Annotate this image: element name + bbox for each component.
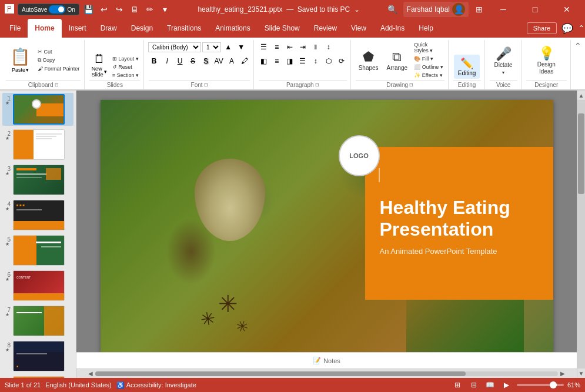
design-ideas-button[interactable]: 💡 Design Ideas: [526, 43, 567, 79]
autosave-button[interactable]: AutoSave On: [18, 4, 79, 15]
tab-design[interactable]: Design: [124, 19, 160, 38]
vertical-scrollbar[interactable]: ▲ ▼: [577, 91, 585, 378]
dropdown-icon[interactable]: ▾: [159, 4, 171, 15]
slide-thumb-7[interactable]: 7 ★: [2, 304, 73, 337]
numbered-list-button[interactable]: ≡: [271, 41, 283, 53]
editing-mode-button[interactable]: ✏️ Editing: [454, 55, 480, 79]
save-icon[interactable]: 💾: [83, 4, 95, 15]
notes-bar[interactable]: 📝 Notes: [76, 352, 577, 368]
restore-button[interactable]: □: [522, 0, 549, 19]
layout-button[interactable]: ⊞ Layout ▾: [111, 55, 141, 62]
more-tools-icon[interactable]: ✏: [144, 4, 156, 15]
user-badge[interactable]: Farshad Iqbal 👤: [403, 2, 469, 17]
increase-font-icon[interactable]: ▲: [222, 41, 234, 53]
increase-indent-button[interactable]: ⇥: [297, 41, 309, 53]
scroll-up-button[interactable]: ▲: [577, 91, 586, 100]
slide-thumb-2[interactable]: 2 ★: [2, 128, 73, 161]
v-scrollbar-thumb[interactable]: [578, 113, 584, 194]
v-scrollbar-track[interactable]: [577, 100, 585, 368]
slide-thumb-4[interactable]: 4 ★ ■ ■ ■: [2, 199, 73, 232]
share-button[interactable]: Share: [527, 22, 557, 34]
cut-button[interactable]: ✂ Cut: [36, 48, 81, 55]
format-painter-button[interactable]: 🖌 Format Painter: [36, 65, 81, 72]
section-button[interactable]: ≡ Section ▾: [111, 72, 141, 79]
tab-file[interactable]: File: [2, 19, 28, 38]
tab-home[interactable]: Home: [28, 19, 61, 38]
columns-button[interactable]: ⫴: [310, 41, 322, 53]
slide-thumb-3[interactable]: 3 ★: [2, 163, 73, 196]
normal-view-button[interactable]: ⊞: [451, 380, 464, 390]
slideshow-view-button[interactable]: ▶: [500, 380, 513, 390]
canvas-area[interactable]: ✳ ✳ ✳ LOGO Healthy Eating Presentation A…: [76, 91, 577, 378]
drawing-expand-icon[interactable]: ⊡: [409, 82, 413, 88]
font-color-button[interactable]: A: [226, 55, 238, 67]
font-family-select[interactable]: Calibri (Body): [148, 42, 201, 52]
bold-button[interactable]: B: [148, 55, 160, 67]
quick-styles-button[interactable]: QuickStyles ▾: [412, 41, 445, 54]
redo-icon[interactable]: ↪: [113, 4, 125, 15]
ribbon-expand-icon[interactable]: ⌃: [574, 41, 581, 51]
zoom-slider[interactable]: [517, 384, 564, 386]
close-button[interactable]: ✕: [553, 0, 580, 19]
justify-button[interactable]: ☰: [297, 55, 309, 67]
tab-draw[interactable]: Draw: [93, 19, 124, 38]
slide-thumb-8[interactable]: 8 ★ ■: [2, 340, 73, 373]
shape-effects-button[interactable]: ✨ Effects ▾: [412, 72, 445, 79]
copy-button[interactable]: ⧉ Copy: [36, 56, 81, 64]
presentation-icon[interactable]: 🖥: [129, 4, 141, 15]
strikethrough-button[interactable]: S: [187, 55, 199, 67]
undo-icon[interactable]: ↩: [98, 4, 110, 15]
slide-thumb-9[interactable]: 9 ★: [2, 375, 73, 378]
slide-panel[interactable]: 1 ★ 2 ★: [0, 91, 76, 378]
shapes-button[interactable]: ⬟ Shapes: [355, 43, 382, 79]
dictate-button[interactable]: 🎤 Dictate ▾: [491, 43, 516, 79]
font-size-select[interactable]: 18: [202, 42, 221, 52]
underline-button[interactable]: U: [174, 55, 186, 67]
bullet-list-button[interactable]: ☰: [258, 41, 270, 53]
new-slide-button[interactable]: 🗒 NewSlide ▾: [89, 51, 109, 79]
text-direction-button[interactable]: ↕: [323, 41, 335, 53]
font-expand-icon[interactable]: ⊡: [204, 82, 208, 88]
h-scrollbar-track[interactable]: [95, 371, 558, 376]
reset-button[interactable]: ↺ Reset: [111, 63, 141, 71]
align-right-button[interactable]: ◨: [284, 55, 296, 67]
tab-slideshow[interactable]: Slide Show: [258, 19, 307, 38]
slide-sorter-button[interactable]: ⊟: [467, 380, 480, 390]
arrange-button[interactable]: ⧉ Arrange: [383, 43, 412, 79]
decrease-font-icon[interactable]: ▼: [235, 41, 247, 53]
reading-view-button[interactable]: 📖: [484, 380, 497, 390]
paragraph-expand-icon[interactable]: ⊡: [315, 82, 319, 88]
paste-button[interactable]: 📋 Paste ▾: [5, 41, 35, 79]
accessibility-button[interactable]: ♿ Accessibility: Investigate: [116, 381, 196, 389]
line-spacing-button[interactable]: ↕: [310, 55, 322, 67]
tab-review[interactable]: Review: [307, 19, 344, 38]
highlight-button[interactable]: 🖍: [239, 55, 250, 67]
tab-animations[interactable]: Animations: [208, 19, 257, 38]
shape-fill-button[interactable]: 🎨 Fill ▾: [412, 55, 445, 62]
canvas-scroll-container[interactable]: ✳ ✳ ✳ LOGO Healthy Eating Presentation A…: [76, 91, 577, 352]
italic-button[interactable]: I: [161, 55, 173, 67]
new-window-icon[interactable]: ⊞: [473, 4, 485, 15]
tab-view[interactable]: View: [344, 19, 373, 38]
smartart-button[interactable]: ⬡: [323, 55, 335, 67]
slide-thumb-6[interactable]: 6 ★ CONTENT: [2, 269, 73, 302]
char-spacing-button[interactable]: AV: [213, 55, 225, 67]
tab-transitions[interactable]: Transitions: [160, 19, 208, 38]
search-icon[interactable]: 🔍: [387, 4, 399, 15]
convert-smartart-button[interactable]: ⟳: [336, 55, 347, 67]
comments-icon[interactable]: 💬: [561, 23, 573, 34]
scroll-left-button[interactable]: ◀: [86, 369, 95, 378]
tab-addins[interactable]: Add-Ins: [373, 19, 412, 38]
horizontal-scrollbar[interactable]: ◀ ▶: [76, 368, 577, 378]
align-center-button[interactable]: ≡: [271, 55, 283, 67]
ribbon-collapse-icon[interactable]: ⌃: [578, 24, 585, 33]
autosave-toggle[interactable]: [49, 5, 65, 14]
h-scrollbar-thumb[interactable]: [95, 371, 466, 376]
shape-outline-button[interactable]: ⬜ Outline ▾: [412, 63, 445, 71]
scroll-down-button[interactable]: ▼: [577, 368, 586, 378]
clipboard-expand-icon[interactable]: ⊡: [55, 82, 59, 88]
align-left-button[interactable]: ◧: [258, 55, 270, 67]
slide-thumb-1[interactable]: 1 ★: [2, 93, 73, 126]
minimize-button[interactable]: ─: [490, 0, 517, 19]
shadow-button[interactable]: S: [200, 55, 212, 67]
